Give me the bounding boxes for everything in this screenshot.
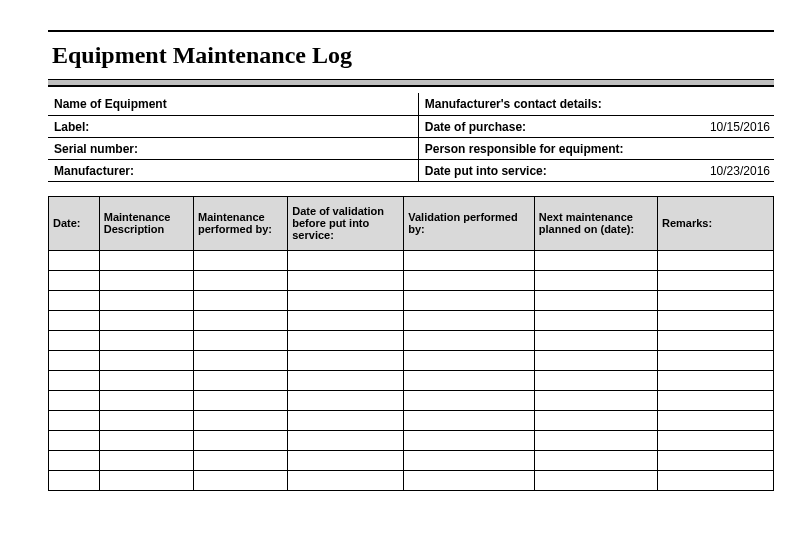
log-cell — [534, 390, 657, 410]
log-cell — [99, 450, 193, 470]
info-row: Manufacturer:Date put into service:10/23… — [48, 159, 774, 181]
info-value: 10/23/2016 — [687, 159, 774, 181]
table-row — [49, 310, 774, 330]
log-cell — [288, 410, 404, 430]
table-row — [49, 250, 774, 270]
log-cell — [194, 330, 288, 350]
info-label: Date put into service: — [418, 159, 687, 181]
log-cell — [534, 470, 657, 490]
log-cell — [404, 430, 535, 450]
log-cell — [658, 270, 774, 290]
table-row — [49, 430, 774, 450]
log-cell — [288, 250, 404, 270]
log-cell — [99, 270, 193, 290]
log-cell — [194, 370, 288, 390]
document-sheet: Equipment Maintenance Log Name of Equipm… — [48, 30, 774, 491]
title-underbar — [48, 79, 774, 87]
log-cell — [49, 450, 100, 470]
log-cell — [49, 390, 100, 410]
log-cell — [49, 330, 100, 350]
log-cell — [99, 430, 193, 450]
log-cell — [288, 290, 404, 310]
info-label: Serial number: — [48, 137, 186, 159]
log-cell — [288, 350, 404, 370]
log-cell — [194, 310, 288, 330]
maintenance-log-table: Date:Maintenance DescriptionMaintenance … — [48, 196, 774, 491]
log-cell — [534, 310, 657, 330]
log-cell — [404, 250, 535, 270]
table-row — [49, 390, 774, 410]
table-row — [49, 410, 774, 430]
table-row — [49, 370, 774, 390]
table-row — [49, 330, 774, 350]
log-cell — [194, 470, 288, 490]
log-header-cell: Validation performed by: — [404, 196, 535, 250]
log-cell — [534, 270, 657, 290]
log-cell — [658, 430, 774, 450]
log-cell — [49, 410, 100, 430]
log-cell — [404, 290, 535, 310]
log-cell — [288, 470, 404, 490]
log-cell — [194, 430, 288, 450]
info-value — [186, 137, 418, 159]
log-cell — [194, 450, 288, 470]
log-cell — [404, 370, 535, 390]
log-cell — [288, 370, 404, 390]
log-cell — [658, 450, 774, 470]
log-cell — [658, 250, 774, 270]
log-cell — [534, 330, 657, 350]
log-cell — [288, 270, 404, 290]
log-cell — [288, 450, 404, 470]
log-cell — [49, 430, 100, 450]
log-cell — [404, 390, 535, 410]
log-cell — [534, 410, 657, 430]
log-cell — [534, 290, 657, 310]
log-cell — [658, 350, 774, 370]
log-cell — [194, 410, 288, 430]
info-label: Manufacturer: — [48, 159, 186, 181]
log-cell — [99, 410, 193, 430]
log-cell — [49, 250, 100, 270]
log-cell — [658, 330, 774, 350]
log-cell — [288, 310, 404, 330]
info-value — [186, 93, 418, 115]
log-header-cell: Date of validation before put into servi… — [288, 196, 404, 250]
log-cell — [658, 290, 774, 310]
log-cell — [534, 450, 657, 470]
log-header-cell: Remarks: — [658, 196, 774, 250]
log-cell — [288, 390, 404, 410]
log-cell — [404, 270, 535, 290]
log-header-cell: Next maintenance planned on (date): — [534, 196, 657, 250]
log-cell — [99, 250, 193, 270]
info-row: Name of EquipmentManufacturer's contact … — [48, 93, 774, 115]
log-cell — [49, 350, 100, 370]
log-header-cell: Date: — [49, 196, 100, 250]
info-label: Name of Equipment — [48, 93, 186, 115]
info-label: Manufacturer's contact details: — [418, 93, 687, 115]
log-cell — [194, 270, 288, 290]
log-cell — [404, 470, 535, 490]
info-label: Person responsible for equipment: — [418, 137, 687, 159]
log-cell — [288, 430, 404, 450]
log-cell — [194, 350, 288, 370]
log-cell — [404, 350, 535, 370]
log-cell — [534, 250, 657, 270]
info-value: 10/15/2016 — [687, 115, 774, 137]
log-cell — [99, 290, 193, 310]
info-value — [687, 93, 774, 115]
log-cell — [194, 290, 288, 310]
log-cell — [99, 350, 193, 370]
table-row — [49, 290, 774, 310]
log-cell — [404, 410, 535, 430]
info-row: Serial number:Person responsible for equ… — [48, 137, 774, 159]
top-rule — [48, 30, 774, 32]
log-cell — [99, 390, 193, 410]
page-title: Equipment Maintenance Log — [48, 40, 774, 79]
log-cell — [99, 370, 193, 390]
log-header-cell: Maintenance performed by: — [194, 196, 288, 250]
log-cell — [99, 470, 193, 490]
log-cell — [99, 330, 193, 350]
table-row — [49, 450, 774, 470]
info-value — [687, 137, 774, 159]
info-value — [186, 159, 418, 181]
